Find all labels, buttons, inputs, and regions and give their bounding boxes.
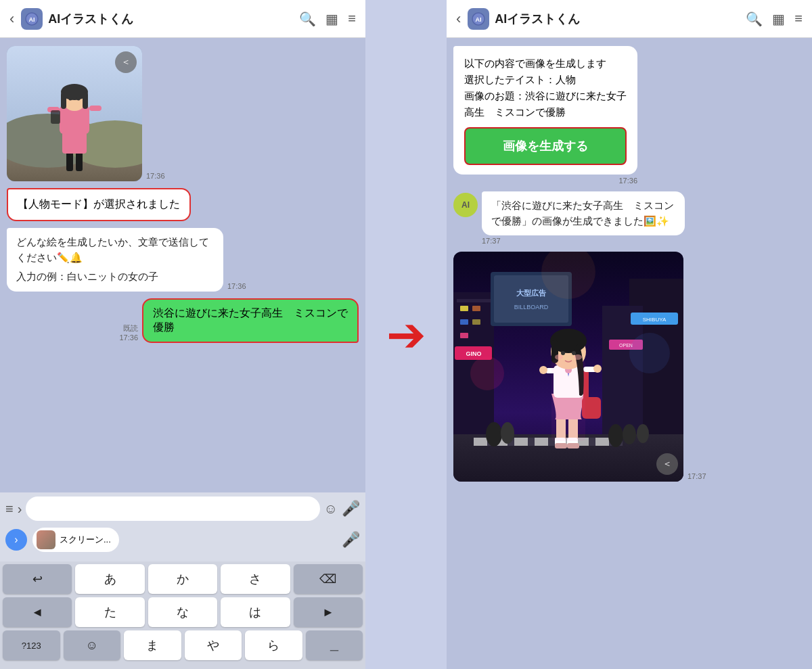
left-back-button[interactable]: ‹ <box>9 10 14 28</box>
svg-point-78 <box>574 354 582 360</box>
svg-rect-24 <box>457 299 491 302</box>
left-user-message-bubble: 渋谷に遊びに来た女子高生 ミスコンで優勝 <box>142 298 359 343</box>
left-header-icons: 🔍 ▦ ≡ <box>299 11 356 27</box>
right-ai-response-row: AI 「渋谷に遊びに来た女子高生 ミスコンで優勝」の画像が生成できました🖼️✨ … <box>453 191 805 245</box>
left-mode-bubble: 【人物モード】が選択されました <box>7 188 191 221</box>
kb-na-key[interactable]: な <box>148 597 217 627</box>
left-read-label: 既読17:36 <box>119 323 138 342</box>
right-menu-icon[interactable]: ≡ <box>794 11 803 26</box>
kb-ha-key[interactable]: は <box>221 597 290 627</box>
kb-ra-key[interactable]: ら <box>245 630 302 660</box>
svg-text:SHIBUYA: SHIBUYA <box>643 317 667 323</box>
svg-point-18 <box>77 97 81 101</box>
right-generated-image-row: GINO SHIBUYA OPEN 大型広告 BILLBOARD <box>453 252 805 482</box>
svg-rect-26 <box>472 306 480 311</box>
right-header-icons: 🔍 ▦ ≡ <box>746 11 803 27</box>
right-image-timestamp: 17:37 <box>687 472 706 480</box>
left-suggestion-expand[interactable]: › <box>5 529 27 551</box>
svg-rect-25 <box>460 306 468 311</box>
kb-row-2: ◄ た な は ► <box>3 597 363 627</box>
left-header: ‹ AI AIイラストくん 🔍 ▦ ≡ <box>0 0 365 38</box>
right-info-line4: 高生 ミスコンで優勝 <box>464 104 627 120</box>
kb-right-arrow-key[interactable]: ► <box>294 597 363 627</box>
left-menu-icon[interactable]: ≡ <box>348 11 356 26</box>
svg-point-55 <box>637 424 649 443</box>
svg-rect-12 <box>89 106 102 111</box>
left-suggestion-thumb <box>37 530 55 549</box>
generate-image-button[interactable]: 画像を生成する <box>464 127 627 165</box>
left-suggestion-row: › スクリーン... 🎤 <box>5 525 360 555</box>
left-instruction-timestamp: 17:36 <box>227 282 246 290</box>
left-image-bubble: ＜ <box>7 46 142 181</box>
right-ai-response-bubble: 「渋谷に遊びに来た女子高生 ミスコンで優勝」の画像が生成できました🖼️✨ <box>482 191 685 235</box>
right-ai-avatar: AI <box>453 193 478 217</box>
left-emoji-icon[interactable]: ☺ <box>324 501 338 517</box>
right-ai-response-timestamp: 17:37 <box>482 237 685 245</box>
left-mic-icon[interactable]: 🎤 <box>342 500 360 517</box>
left-text-input[interactable] <box>26 497 319 521</box>
right-generated-image: GINO SHIBUYA OPEN 大型広告 BILLBOARD <box>453 252 683 482</box>
kb-ma-key[interactable]: ま <box>124 630 181 660</box>
left-suggestion-chip[interactable]: スクリーン... <box>32 528 119 552</box>
svg-rect-79 <box>551 360 585 441</box>
right-header-title: AIイラストくん <box>495 11 740 27</box>
svg-rect-16 <box>83 92 88 109</box>
left-hamburger-icon[interactable]: ≡ <box>5 501 14 517</box>
right-header: ‹ AI AIイラストくん 🔍 ▦ ≡ <box>447 0 812 38</box>
svg-rect-28 <box>472 319 480 325</box>
left-mode-text: 【人物モード】が選択されました <box>18 198 180 210</box>
left-header-title: AIイラストくん <box>48 11 294 27</box>
kb-space-key[interactable]: ＿ <box>306 630 363 660</box>
right-avatar: AI <box>468 8 489 30</box>
left-user-message-row: 既読17:36 渋谷に遊びに来た女子高生 ミスコンで優勝 <box>7 298 359 343</box>
kb-row-3: ?123 ☺ ま や ら ＿ <box>3 630 363 660</box>
svg-point-53 <box>608 424 623 447</box>
svg-point-76 <box>572 351 576 355</box>
left-image-share-button[interactable]: ＜ <box>115 51 137 73</box>
left-image-row: ＜ 17:36 <box>7 46 359 181</box>
left-grid-icon[interactable]: ▦ <box>325 11 338 27</box>
left-search-icon[interactable]: 🔍 <box>299 11 316 27</box>
left-image-timestamp: 17:36 <box>146 172 165 180</box>
right-back-button[interactable]: ‹ <box>456 10 461 28</box>
left-chevron-icon[interactable]: › <box>18 501 22 517</box>
right-ai-response-text: 「渋谷に遊びに来た女子高生 ミスコンで優勝」の画像が生成できました🖼️✨ <box>491 200 674 227</box>
svg-point-75 <box>561 351 565 355</box>
right-image-share-button[interactable]: ＜ <box>656 453 678 475</box>
left-phone-panel: ‹ AI AIイラストくん 🔍 ▦ ≡ <box>0 0 365 669</box>
left-user-message-text: 渋谷に遊びに来た女子高生 ミスコンで優勝 <box>153 307 348 333</box>
arrow-divider: ➔ <box>365 0 447 669</box>
svg-rect-6 <box>66 151 73 171</box>
svg-rect-27 <box>460 319 468 325</box>
svg-rect-15 <box>61 92 66 109</box>
kb-sa-key[interactable]: さ <box>221 564 290 594</box>
left-suggestion-label: スクリーン... <box>60 534 111 546</box>
svg-point-52 <box>501 422 514 444</box>
arrow-icon: ➔ <box>386 311 426 359</box>
kb-undo-key[interactable]: ↩ <box>3 564 72 594</box>
right-search-icon[interactable]: 🔍 <box>746 11 763 27</box>
right-info-bubble: 以下の内容で画像を生成します 選択したテイスト：人物 画像のお題：渋谷に遊びに来… <box>453 46 637 175</box>
kb-backspace-key[interactable]: ⌫ <box>294 564 363 594</box>
svg-point-70 <box>593 365 602 373</box>
left-avatar: AI <box>21 8 43 30</box>
svg-rect-60 <box>555 443 567 448</box>
svg-rect-47 <box>535 438 548 446</box>
svg-point-81 <box>629 333 670 373</box>
kb-ta-key[interactable]: た <box>75 597 144 627</box>
right-info-line2: 選択したテイスト：人物 <box>464 72 627 88</box>
kb-num-key[interactable]: ?123 <box>3 630 60 660</box>
svg-text:GINO: GINO <box>466 350 481 357</box>
right-grid-icon[interactable]: ▦ <box>772 11 785 27</box>
kb-a-key[interactable]: あ <box>75 564 144 594</box>
svg-point-80 <box>470 356 504 390</box>
svg-point-51 <box>486 422 502 446</box>
left-suggestion-mic[interactable]: 🎤 <box>342 531 360 549</box>
kb-emoji-key[interactable]: ☺ <box>64 630 121 660</box>
right-info-timestamp: 17:36 <box>453 177 637 185</box>
svg-text:大型広告: 大型広告 <box>516 289 547 297</box>
left-chat-area: ＜ 17:36 【人物モード】が選択されました どんな絵を生成したいか、文章で送… <box>0 38 365 492</box>
kb-ka-key[interactable]: か <box>148 564 217 594</box>
kb-left-arrow-key[interactable]: ◄ <box>3 597 72 627</box>
kb-ya-key[interactable]: や <box>185 630 242 660</box>
